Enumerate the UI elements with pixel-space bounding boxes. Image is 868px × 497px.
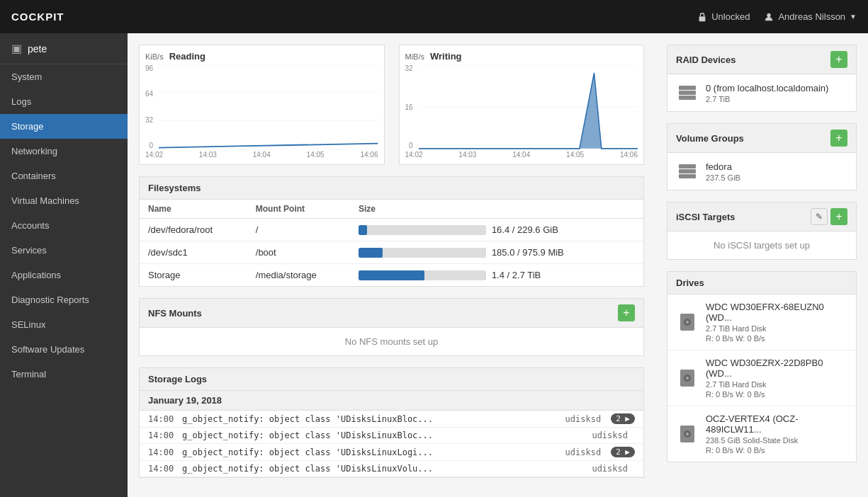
storage-logs-header: Storage Logs (140, 368, 643, 391)
charts-row: KiB/s Reading 9664320 (139, 45, 644, 165)
log-badge: 2 ▶ (611, 413, 635, 424)
log-row: 14:00 g_object_notify: object class 'UDi… (140, 411, 643, 428)
svg-rect-9 (679, 86, 696, 90)
filesystems-title: Filesystems (148, 183, 201, 193)
drive-icon (676, 423, 699, 445)
fs-size: 1.4 / 2.7 TiB (350, 264, 643, 287)
nfs-mounts-title: NFS Mounts (148, 308, 202, 319)
svg-rect-13 (679, 169, 696, 173)
iscsi-no-data: No iSCSI targets set up (667, 232, 856, 259)
fs-mount: /boot (247, 241, 350, 264)
drive-name: OCZ-VERTEX4 (OCZ-489ICLW11... (706, 413, 847, 435)
log-message: g_object_notify: object class 'UDisksLin… (182, 430, 585, 440)
nfs-mounts-header: NFS Mounts + (140, 299, 643, 328)
sidebar-item-virtual-machines[interactable]: Virtual Machines (0, 188, 128, 213)
writing-chart: MiB/s Writing 32160 (399, 45, 645, 165)
sidebar-item-terminal[interactable]: Terminal (0, 362, 128, 387)
app-brand: COCKPIT (11, 11, 64, 23)
navbar-right: Unlocked Andreas Nilsson ▼ (697, 11, 857, 22)
storage-logs-body: January 19, 2018 14:00 g_object_notify: … (140, 391, 643, 477)
writing-title: Writing (430, 51, 462, 62)
svg-rect-12 (679, 164, 696, 168)
hdd-svg (677, 312, 697, 332)
volume-group-item[interactable]: fedora 237.5 GiB (667, 153, 856, 190)
sidebar-item-containers[interactable]: Containers (0, 164, 128, 188)
svg-point-23 (686, 433, 689, 435)
drive-icon (676, 311, 699, 333)
log-message: g_object_notify: object class 'UDisksLin… (182, 414, 558, 424)
sidebar-item-software-updates[interactable]: Software Updates (0, 337, 128, 362)
sidebar-item-diagnostic-reports[interactable]: Diagnostic Reports (0, 287, 128, 312)
svg-rect-0 (699, 16, 706, 21)
storage-logs-title: Storage Logs (148, 374, 207, 384)
drive-item-info: OCZ-VERTEX4 (OCZ-489ICLW11... 238.5 GiB … (706, 413, 847, 455)
sidebar-item-selinux[interactable]: SELinux (0, 312, 128, 337)
filesystems-body: Name Mount Point Size /dev/fedora/root / (140, 200, 643, 286)
log-date: January 19, 2018 (140, 391, 643, 411)
sidebar-item-services[interactable]: Services (0, 238, 128, 263)
writing-x-labels: 14:0214:0314:0414:0514:06 (405, 151, 638, 159)
filesystems-header: Filesystems (140, 177, 643, 200)
navbar: COCKPIT Unlocked Andreas Nilsson ▼ (0, 0, 868, 33)
add-raid-button[interactable]: + (830, 51, 847, 68)
right-panel: RAID Devices + 0 (from localhost.localdo… (655, 33, 868, 497)
raid-item[interactable]: 0 (from localhost.localdomain) 2.7 TiB (667, 74, 856, 111)
vg-item-name: fedora (706, 161, 847, 172)
sidebar-item-applications[interactable]: Applications (0, 263, 128, 287)
host-icon: ▣ (11, 42, 22, 55)
sidebar-item-storage[interactable]: Storage (0, 114, 128, 139)
iscsi-targets-body: No iSCSI targets set up (667, 232, 856, 259)
volume-groups-header: Volume Groups + (667, 124, 856, 153)
main-layout: ▣ pete System Logs Storage Networking Co… (0, 33, 868, 497)
add-volume-group-button[interactable]: + (830, 130, 847, 147)
reading-chart-svg (159, 64, 378, 149)
drives-header: Drives (667, 272, 856, 295)
vg-svg (677, 161, 697, 181)
raid-item-sub: 2.7 TiB (706, 95, 847, 103)
table-row: Storage /media/storage 1.4 / 2.7 TiB (140, 264, 643, 287)
unlocked-label: Unlocked (711, 11, 750, 22)
log-source: udisksd (565, 447, 602, 457)
log-time: 14:00 (148, 430, 176, 440)
user-label: Andreas Nilsson (778, 11, 845, 22)
log-badge: 2 ▶ (611, 447, 635, 457)
raid-devices-body: 0 (from localhost.localdomain) 2.7 TiB (667, 74, 856, 111)
fs-name: /dev/sdc1 (140, 241, 247, 264)
sidebar-host: ▣ pete (0, 33, 128, 64)
nfs-no-data: No NFS mounts set up (140, 328, 643, 355)
sidebar-item-networking[interactable]: Networking (0, 139, 128, 164)
edit-iscsi-button[interactable]: ✎ (811, 208, 828, 225)
sidebar-item-system[interactable]: System (0, 64, 128, 89)
drive-item-info: WDC WD30EZRX-22D8PB0 (WD... 2.7 TiB Hard… (706, 358, 847, 399)
drive-item[interactable]: OCZ-VERTEX4 (OCZ-489ICLW11... 238.5 GiB … (667, 406, 856, 462)
filesystems-card: Filesystems Name Mount Point Size /dev/f… (139, 176, 644, 287)
volume-groups-body: fedora 237.5 GiB (667, 153, 856, 190)
drive-icon (676, 367, 699, 389)
vg-item-info: fedora 237.5 GiB (706, 161, 847, 182)
drive-io: R: 0 B/s W: 0 B/s (706, 334, 847, 343)
log-message: g_object_notify: object class 'UDisksLin… (182, 447, 558, 457)
drive-name: WDC WD30EFRX-68EUZN0 (WD... (706, 302, 847, 323)
sidebar-item-logs[interactable]: Logs (0, 89, 128, 114)
log-source: udisksd (565, 414, 602, 424)
raid-disk-icon (676, 81, 699, 104)
add-nfs-mount-button[interactable]: + (618, 304, 635, 321)
filesystems-table: Name Mount Point Size /dev/fedora/root / (140, 200, 643, 286)
log-source: udisksd (592, 430, 628, 440)
chevron-down-icon: ▼ (850, 13, 857, 21)
lock-status[interactable]: Unlocked (697, 11, 750, 22)
storage-logs-card: Storage Logs January 19, 2018 14:00 g_ob… (139, 367, 644, 478)
drive-item[interactable]: WDC WD30EZRX-22D8PB0 (WD... 2.7 TiB Hard… (667, 350, 856, 406)
sidebar-item-accounts[interactable]: Accounts (0, 213, 128, 238)
user-menu[interactable]: Andreas Nilsson ▼ (764, 11, 857, 22)
log-message: g_object_notify: object class 'UDisksLin… (182, 464, 585, 474)
writing-chart-svg (419, 64, 638, 149)
reading-title: Reading (169, 51, 205, 62)
svg-rect-14 (679, 174, 696, 178)
drive-item[interactable]: WDC WD30EFRX-68EUZN0 (WD... 2.7 TiB Hard… (667, 295, 856, 350)
table-row: /dev/sdc1 /boot 185.0 / 975.9 MiB (140, 241, 643, 264)
add-iscsi-button[interactable]: + (830, 208, 847, 225)
ssd-svg (677, 424, 697, 444)
drive-sub: 238.5 GiB Solid-State Disk (706, 436, 847, 445)
fs-size: 185.0 / 975.9 MiB (350, 241, 643, 264)
